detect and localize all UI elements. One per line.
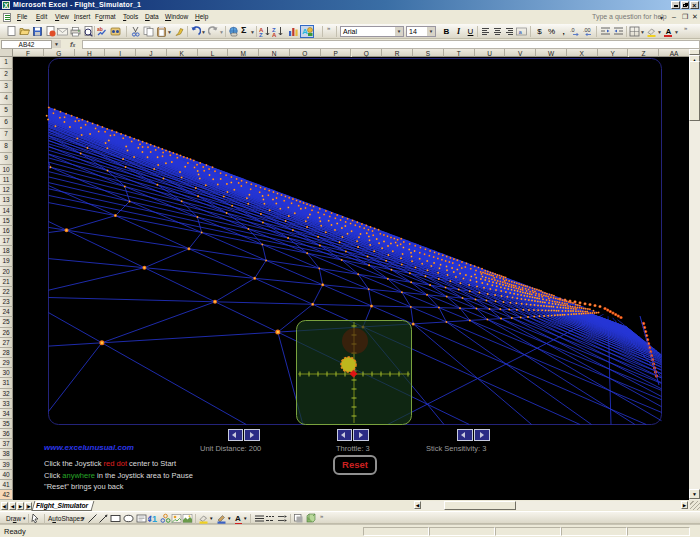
svg-text:1: 1: [152, 514, 157, 524]
